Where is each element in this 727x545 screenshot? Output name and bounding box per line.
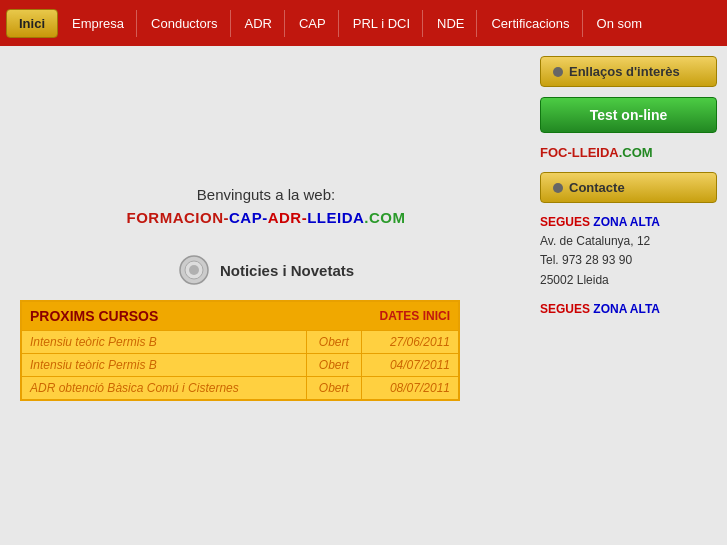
center-content: Benvinguts a la web: FORMACION-CAP-ADR-L…: [0, 46, 532, 545]
table-row: Intensiu teòric Permis B Obert 27/06/201…: [21, 331, 459, 354]
navbar: Inici Empresa Conductors ADR CAP PRL i D…: [0, 0, 727, 46]
svg-point-2: [189, 265, 199, 275]
table-header-title: PROXIMS CURSOS: [21, 301, 307, 331]
foc-lleida: LLEIDA: [572, 145, 619, 160]
nav-item-conductors[interactable]: Conductors: [139, 10, 230, 37]
td-date-0: 27/06/2011: [361, 331, 459, 354]
nav-item-prl[interactable]: PRL i DCI: [341, 10, 423, 37]
test-button[interactable]: Test on-line: [540, 97, 717, 133]
td-name-2: ADR obtenció Bàsica Comú i Cisternes: [21, 377, 307, 401]
noticies-label: Noticies i Novetats: [220, 262, 354, 279]
website-lleida: LLEIDA: [307, 209, 364, 226]
td-obert-0: Obert: [307, 331, 361, 354]
nav-item-empresa[interactable]: Empresa: [60, 10, 137, 37]
table-header-dates: DATES INICI: [307, 301, 459, 331]
segues2-title: SEGUES: [540, 302, 590, 316]
noticies-icon: [178, 254, 210, 286]
segues1-city: 25002 Lleida: [540, 271, 717, 290]
segues-block-2: SEGUES ZONA ALTA: [540, 300, 717, 319]
td-date-1: 04/07/2011: [361, 354, 459, 377]
td-name-0: Intensiu teòric Permis B: [21, 331, 307, 354]
welcome-text: Benvinguts a la web:: [126, 186, 405, 203]
nav-item-nde[interactable]: NDE: [425, 10, 477, 37]
segues1-title: SEGUES: [540, 215, 590, 229]
enlaces-label: Enllaços d'interès: [569, 64, 680, 79]
website-cap: CAP-: [229, 209, 268, 226]
segues-block-1: SEGUES ZONA ALTA Av. de Catalunya, 12 Te…: [540, 213, 717, 290]
contacte-dot-icon: [553, 183, 563, 193]
website-formacion: FORMACION-: [126, 209, 229, 226]
contacte-label: Contacte: [569, 180, 625, 195]
foc-foc: FOC-: [540, 145, 572, 160]
cursos-table: PROXIMS CURSOS DATES INICI Intensiu teòr…: [20, 300, 460, 401]
td-obert-1: Obert: [307, 354, 361, 377]
nav-item-on-som[interactable]: On som: [585, 10, 655, 37]
segues2-zona: ZONA ALTA: [593, 302, 660, 316]
nav-item-certificacions[interactable]: Certificacions: [479, 10, 582, 37]
noticies-section: Noticies i Novetats: [178, 254, 354, 286]
nav-item-cap[interactable]: CAP: [287, 10, 339, 37]
welcome-section: Benvinguts a la web: FORMACION-CAP-ADR-L…: [126, 186, 405, 226]
td-obert-2: Obert: [307, 377, 361, 401]
website-com: .COM: [364, 209, 405, 226]
foc-link[interactable]: FOC-LLEIDA.COM: [540, 143, 717, 162]
table-section: PROXIMS CURSOS DATES INICI Intensiu teòr…: [20, 300, 460, 401]
table-row: ADR obtenció Bàsica Comú i Cisternes Obe…: [21, 377, 459, 401]
foc-com: .COM: [619, 145, 653, 160]
nav-item-adr[interactable]: ADR: [233, 10, 285, 37]
td-name-1: Intensiu teòric Permis B: [21, 354, 307, 377]
enlaces-button[interactable]: Enllaços d'interès: [540, 56, 717, 87]
segues1-zona: ZONA ALTA: [593, 215, 660, 229]
table-row: Intensiu teòric Permis B Obert 04/07/201…: [21, 354, 459, 377]
segues1-tel: Tel. 973 28 93 90: [540, 251, 717, 270]
nav-item-inici[interactable]: Inici: [6, 9, 58, 38]
td-date-2: 08/07/2011: [361, 377, 459, 401]
segues1-address: Av. de Catalunya, 12: [540, 232, 717, 251]
contacte-button[interactable]: Contacte: [540, 172, 717, 203]
right-sidebar: Enllaços d'interès Test on-line FOC-LLEI…: [532, 46, 727, 545]
table-header-row: PROXIMS CURSOS DATES INICI: [21, 301, 459, 331]
main-wrapper: Benvinguts a la web: FORMACION-CAP-ADR-L…: [0, 46, 727, 545]
website-link[interactable]: FORMACION-CAP-ADR-LLEIDA.COM: [126, 209, 405, 226]
enlaces-dot-icon: [553, 67, 563, 77]
website-adr: ADR-: [268, 209, 308, 226]
